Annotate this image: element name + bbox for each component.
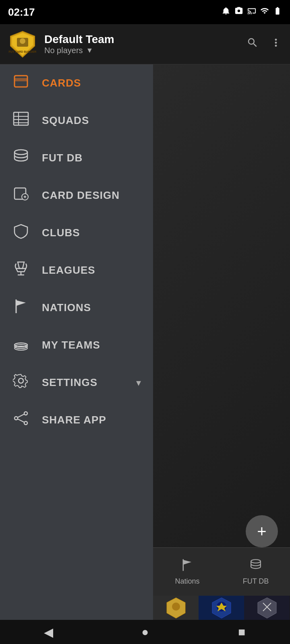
tab-futdb-label: FUT DB (243, 577, 269, 586)
tab-nations-icon (180, 558, 194, 575)
battery-icon (273, 6, 282, 18)
sidebar-item-carddesign-label: CARD DESIGN (42, 189, 120, 202)
svg-point-26 (14, 417, 18, 420)
tab-nations[interactable]: Nations (153, 548, 222, 596)
svg-point-25 (24, 412, 27, 415)
flag-icon (12, 298, 30, 318)
svg-point-31 (251, 559, 261, 563)
clubs-icon (12, 223, 30, 243)
svg-point-33 (172, 603, 180, 611)
svg-point-27 (24, 421, 27, 425)
carddesign-icon (12, 186, 30, 205)
database-icon (12, 148, 30, 168)
toolbar-actions (246, 37, 282, 52)
subtitle-dropdown-arrow[interactable]: ▼ (86, 46, 93, 55)
sidebar-item-nations-label: NATIONS (42, 301, 91, 314)
toolbar-text: Default Team No players ▼ (44, 33, 246, 55)
svg-point-3 (20, 38, 25, 44)
cast-icon (247, 6, 256, 18)
home-button[interactable]: ● (133, 620, 157, 644)
sidebar-item-settings-label: SETTINGS (42, 376, 97, 389)
app-logo: FUT CARD BUILDER (8, 30, 37, 59)
svg-marker-37 (258, 598, 276, 618)
toolbar-subtitle: No players ▼ (44, 46, 246, 55)
recent-button[interactable]: ■ (230, 620, 254, 644)
notification-icon (222, 6, 230, 18)
sidebar-item-cards-label: CARDS (42, 77, 81, 89)
sidebar-item-shareapp-label: SHARE APP (42, 414, 106, 426)
svg-rect-7 (14, 78, 27, 81)
card-icon (12, 73, 30, 93)
sidebar-item-shareapp[interactable]: SHARE APP (0, 401, 153, 439)
svg-point-13 (14, 150, 27, 155)
svg-line-28 (18, 414, 24, 417)
thumbnail-2 (199, 596, 244, 620)
tab-futdb-icon (249, 558, 263, 575)
fab-plus-icon: + (257, 523, 266, 539)
fab-button[interactable]: + (246, 515, 278, 547)
wifi-icon (260, 6, 269, 18)
thumbnails-row (153, 596, 290, 620)
tab-futdb[interactable]: FUT DB (222, 548, 290, 596)
nav-bar: ◀ ● ■ (0, 620, 290, 644)
sidebar-item-squads-label: SQUADS (42, 114, 89, 127)
svg-rect-4 (18, 45, 27, 46)
sidebar-item-settings[interactable]: SETTINGS ▾ (0, 364, 153, 401)
sidebar: CARDS SQUADS FUT DB CARD DESIGN (0, 64, 153, 620)
status-icons (222, 6, 282, 18)
search-icon[interactable] (246, 37, 259, 52)
myteams-icon (12, 335, 30, 355)
leagues-icon (12, 260, 30, 280)
sidebar-item-nations[interactable]: NATIONS (0, 289, 153, 326)
svg-point-24 (19, 378, 23, 383)
sidebar-item-carddesign[interactable]: CARD DESIGN (0, 177, 153, 214)
status-bar: 02:17 (0, 0, 290, 24)
sidebar-item-futdb-label: FUT DB (42, 152, 83, 164)
back-button[interactable]: ◀ (36, 620, 60, 644)
sidebar-item-squads[interactable]: SQUADS (0, 102, 153, 139)
sidebar-item-clubs-label: CLUBS (42, 227, 80, 239)
sidebar-item-futdb[interactable]: FUT DB (0, 139, 153, 177)
content-area: + Nations FUT DB (153, 64, 290, 620)
tab-nations-label: Nations (175, 577, 199, 586)
sidebar-item-leagues[interactable]: LEAGUES (0, 252, 153, 289)
sidebar-item-leagues-label: LEAGUES (42, 264, 95, 277)
share-icon (12, 410, 30, 430)
more-options-icon[interactable] (270, 37, 282, 52)
status-time: 02:17 (8, 6, 35, 19)
sidebar-item-myteams[interactable]: MY TEAMS (0, 326, 153, 364)
main-layout: CARDS SQUADS FUT DB CARD DESIGN (0, 64, 290, 620)
thumbnail-3 (244, 596, 290, 620)
thumbnail-1 (153, 596, 199, 620)
toolbar-title: Default Team (44, 33, 246, 46)
svg-line-29 (18, 419, 24, 422)
svg-rect-8 (14, 112, 28, 125)
sidebar-item-cards[interactable]: CARDS (0, 64, 153, 102)
squads-icon (12, 111, 30, 130)
svg-text:FUT CARD BUILDER: FUT CARD BUILDER (9, 50, 37, 53)
settings-dropdown-icon[interactable]: ▾ (136, 377, 141, 388)
sidebar-item-clubs[interactable]: CLUBS (0, 214, 153, 252)
camera-icon (234, 6, 243, 18)
sidebar-item-myteams-label: MY TEAMS (42, 339, 100, 351)
bottom-tabs: Nations FUT DB (153, 547, 290, 596)
settings-icon (12, 373, 30, 392)
toolbar: FUT CARD BUILDER Default Team No players… (0, 24, 290, 64)
